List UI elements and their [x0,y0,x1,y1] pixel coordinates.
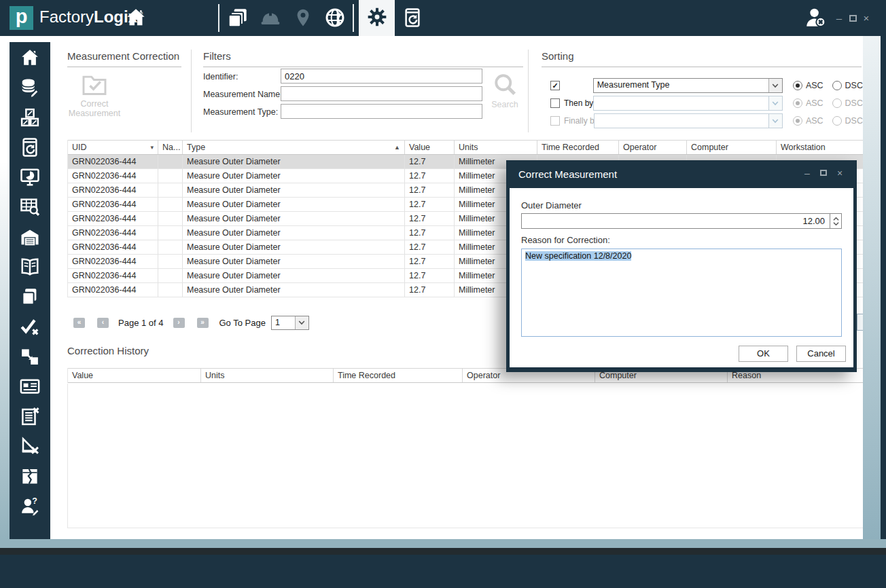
outer-diameter-label: Outer Diameter [521,200,842,210]
table-cell: 12.7 [405,169,455,183]
correct-measurement-button[interactable]: CorrectMeasurement [65,73,124,118]
sidebar-item-dashboard-monitor[interactable] [10,163,50,193]
history-column-header-units[interactable]: Units [201,369,334,382]
column-header-uid[interactable]: UID▾ [68,141,158,154]
window-minimize-button[interactable]: – [833,14,845,24]
search-label: Search [491,100,518,109]
verify-check-icon [20,316,40,339]
pages-icon [227,7,249,31]
sidebar-item-id-card[interactable] [10,372,50,402]
table-cell [158,198,183,211]
column-header-value[interactable]: Value [405,141,455,154]
sort-1-dsc-radio[interactable] [832,81,842,90]
documents-nav-button[interactable] [226,7,249,30]
global-nav-button[interactable] [323,7,347,30]
next-page-button[interactable]: › [173,318,185,328]
window-close-button[interactable]: × [860,14,872,24]
table-cell: 12.7 [405,255,455,268]
dialog-close-button[interactable]: × [834,169,845,178]
identifier-input[interactable] [281,69,482,84]
measurement-correction-icon [20,436,40,458]
measurement-name-input[interactable] [281,86,482,101]
sort-1-checkbox-checked[interactable] [550,81,560,90]
column-header-workstation[interactable]: Workstation [777,141,864,154]
chevron-down-icon [768,114,782,128]
sidebar-item-packages[interactable] [10,103,50,133]
history-column-header-timerecorded[interactable]: Time Recorded [334,369,463,382]
previous-page-button[interactable]: ‹ [97,318,109,328]
sidebar-item-transfer[interactable] [10,342,50,372]
dialog-maximize-button[interactable] [818,168,829,177]
logo-letter: p [16,5,28,28]
last-page-button[interactable]: » [197,318,209,328]
sidebar-item-verify-check[interactable] [10,312,50,342]
sidebar-item-documents[interactable] [10,282,50,312]
logout-button[interactable] [804,7,827,30]
location-nav-button[interactable] [291,7,315,30]
column-header-computer[interactable]: Computer [687,141,777,154]
sort-1-asc-radio-selected[interactable] [793,81,802,90]
correct-measurement-dialog: Correct Measurement – × Outer Diameter 1… [506,160,857,372]
measurement-type-input[interactable] [281,104,482,119]
filters-title: Filters [203,50,231,62]
column-header-na[interactable]: Na... [158,141,183,154]
sidebar-item-table-search[interactable] [10,193,50,223]
dialog-body: Outer Diameter 12.00 Reason for Correcti… [510,188,853,367]
column-header-units[interactable]: Units [455,141,537,154]
settings-nav-button-active[interactable] [359,0,395,36]
window-maximize-button[interactable] [847,14,859,24]
home-nav-button[interactable] [124,7,147,30]
filter-dropdown-icon[interactable]: ▾ [150,144,154,151]
sort-3-dropdown-disabled [594,113,783,128]
sidebar-item-database-edit[interactable] [10,73,50,103]
dialog-minimize-button[interactable]: – [802,169,813,178]
sort-1-dropdown[interactable]: Measurement Type [593,78,783,93]
divider [203,67,523,67]
history-column-header-value[interactable]: Value [68,369,201,382]
reason-label: Reason for Correction: [521,235,842,245]
sidebar-item-book[interactable] [10,253,50,282]
sidebar-item-home[interactable] [10,43,50,73]
sidebar-item-damaged-package[interactable] [10,462,50,492]
documents-icon [20,287,40,309]
column-header-timerecorded[interactable]: Time Recorded [537,141,619,154]
app-logo[interactable]: p [10,6,33,30]
reason-textarea[interactable]: New specification 12/8/2020 [521,249,842,337]
column-header-type[interactable]: Type▲ [183,141,405,154]
window-right-edge [863,36,881,539]
table-search-icon [20,197,40,219]
outer-diameter-value[interactable]: 12.00 [522,214,830,228]
outer-diameter-spinner[interactable]: 12.00 [521,213,842,229]
sort-ascending-icon[interactable]: ▲ [394,144,400,151]
table-cell [158,183,183,197]
sort-2-checkbox[interactable] [550,98,560,108]
sort-2-dsc-radio-disabled [832,98,842,108]
table-cell: GRN022036-444 [68,212,158,225]
table-cell [158,269,183,282]
chevron-down-icon[interactable] [768,79,782,92]
table-cell: 12.7 [405,269,455,282]
sidebar-item-user-inquiry[interactable]: ? [10,492,50,521]
spinner-buttons[interactable] [830,214,841,228]
sidebar-item-measurement-correction[interactable] [10,432,50,462]
production-nav-button[interactable] [259,7,282,30]
column-header-operator[interactable]: Operator [619,141,687,154]
asc-label: ASC [806,116,823,126]
table-cell: Measure Outer Diameter [183,183,405,197]
ok-button[interactable]: OK [739,346,788,362]
dsc-label: DSC [845,116,863,126]
first-page-button[interactable]: « [73,318,85,328]
chevron-down-icon[interactable] [295,316,308,329]
sidebar-item-checklist-remove[interactable] [10,402,50,432]
cancel-button[interactable]: Cancel [796,346,846,362]
table-cell: GRN022036-444 [68,269,158,282]
table-cell: 12.7 [405,155,455,168]
sidebar-item-device-history[interactable] [10,133,50,163]
page-title: Measurement Correction [67,50,179,62]
go-to-page-select[interactable]: 1 [271,316,309,330]
dialog-title-bar[interactable]: Correct Measurement – × [510,160,853,188]
nc-device-nav-button[interactable] [401,7,424,30]
search-button[interactable]: Search [485,71,525,114]
results-header-row: UID▾Na...Type▲ValueUnitsTime RecordedOpe… [68,140,864,155]
sidebar-item-warehouse[interactable] [10,223,50,253]
